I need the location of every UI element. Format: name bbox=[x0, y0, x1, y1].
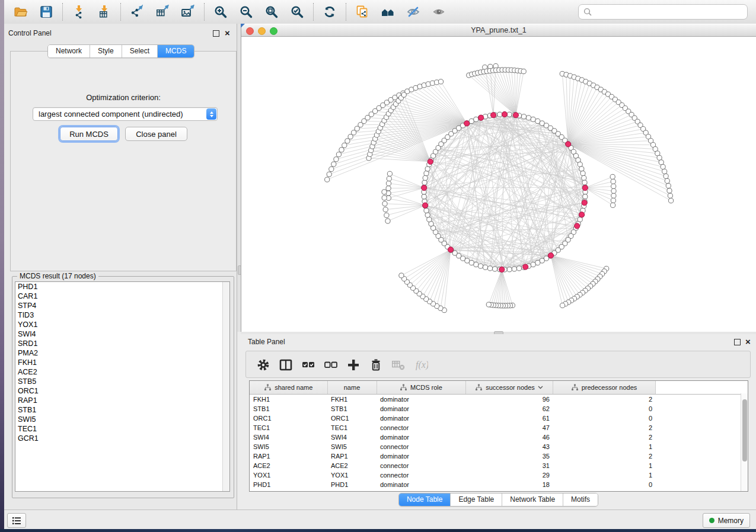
mcds-result-item[interactable]: SWI5 bbox=[15, 415, 229, 424]
table-row[interactable]: ORC1ORC1dominator610 bbox=[250, 414, 742, 423]
mcds-result-item[interactable]: TID3 bbox=[15, 310, 229, 320]
tab-network-table[interactable]: Network Table bbox=[502, 493, 563, 506]
first-neighbors-button[interactable] bbox=[377, 2, 398, 22]
import-network-button[interactable] bbox=[68, 2, 90, 22]
table-cell: 1 bbox=[553, 461, 655, 470]
mcds-result-item[interactable]: STB5 bbox=[15, 377, 229, 386]
criterion-dropdown[interactable]: largest connected component (undirected) bbox=[33, 107, 218, 121]
table-row[interactable]: RAP1RAP1dominator352 bbox=[250, 451, 742, 461]
column-header[interactable]: shared name bbox=[250, 381, 327, 395]
toolbar-separator bbox=[313, 3, 314, 21]
import-table-button[interactable] bbox=[94, 2, 115, 22]
tab-motifs[interactable]: Motifs bbox=[563, 493, 598, 506]
deselect-all-button[interactable] bbox=[322, 356, 340, 374]
table-cell: connector bbox=[377, 461, 465, 470]
zoom-fit-button[interactable] bbox=[261, 2, 282, 22]
table-cell: PHD1 bbox=[250, 480, 327, 489]
zoom-out-button[interactable] bbox=[235, 2, 257, 22]
export-table-button[interactable] bbox=[152, 2, 173, 22]
table-row[interactable]: STB1STB1dominator620 bbox=[250, 404, 742, 414]
table-cell: SWI4 bbox=[250, 432, 327, 442]
memory-button[interactable]: Memory bbox=[703, 513, 750, 528]
run-mcds-button[interactable]: Run MCDS bbox=[60, 127, 118, 141]
export-network-button[interactable] bbox=[126, 2, 148, 22]
mcds-result-list[interactable]: PHD1CAR1STP4TID3YOX1SWI4SRD1PMA2FKH1ACE2… bbox=[15, 281, 230, 492]
table-row[interactable]: FKH1FKH1dominator962 bbox=[250, 395, 742, 405]
column-header[interactable] bbox=[655, 381, 742, 395]
table-row[interactable]: ACE2ACE2connector311 bbox=[250, 461, 742, 470]
tab-edge-table[interactable]: Edge Table bbox=[451, 493, 502, 506]
clone-network-button[interactable] bbox=[352, 2, 373, 22]
close-table-panel-icon[interactable]: × bbox=[745, 338, 751, 345]
mcds-result-item[interactable]: PHD1 bbox=[15, 282, 229, 291]
table-cell: 43 bbox=[465, 442, 553, 451]
mcds-result-item[interactable]: YOX1 bbox=[15, 320, 229, 329]
mcds-result-item[interactable]: STP4 bbox=[15, 301, 229, 310]
mcds-result-item[interactable]: SRD1 bbox=[15, 339, 229, 348]
table-row[interactable]: SWI5SWI5connector431 bbox=[250, 442, 742, 451]
search-input[interactable] bbox=[596, 7, 742, 17]
mcds-result-item[interactable]: CAR1 bbox=[15, 291, 229, 301]
toolbar-separator bbox=[120, 3, 121, 21]
table-cell: 31 bbox=[465, 461, 553, 470]
mcds-result-title: MCDS result (17 nodes) bbox=[17, 272, 98, 280]
show-all-button[interactable] bbox=[428, 2, 449, 22]
mcds-result-item[interactable]: RAP1 bbox=[15, 396, 229, 405]
zoom-in-button[interactable] bbox=[210, 2, 231, 22]
toolbar-separator bbox=[62, 3, 63, 21]
table-cell bbox=[655, 442, 742, 451]
criterion-label: Optimization criterion: bbox=[11, 93, 236, 102]
export-image-button[interactable] bbox=[177, 2, 199, 22]
close-panel-icon[interactable]: × bbox=[225, 30, 230, 36]
zoom-selected-button[interactable] bbox=[286, 2, 308, 22]
tab-network[interactable]: Network bbox=[48, 45, 90, 57]
settings-button[interactable] bbox=[254, 356, 272, 374]
mcds-result-item[interactable]: GCR1 bbox=[15, 434, 229, 443]
column-header[interactable]: MCDS role bbox=[377, 381, 465, 395]
mcds-result-item[interactable]: ACE2 bbox=[15, 367, 229, 377]
table-row[interactable]: YOX1YOX1connector291 bbox=[250, 470, 742, 480]
select-all-button[interactable] bbox=[299, 356, 317, 374]
tab-style[interactable]: Style bbox=[90, 45, 122, 57]
table-cell bbox=[655, 404, 742, 414]
mcds-result-item[interactable]: STB1 bbox=[15, 405, 229, 415]
toggle-panel-icon bbox=[279, 358, 293, 372]
table-cell bbox=[655, 480, 742, 489]
column-header[interactable]: successor nodes bbox=[465, 381, 553, 395]
mcds-result-item[interactable]: PMA2 bbox=[15, 348, 229, 358]
mcds-list-scrollbar[interactable] bbox=[222, 282, 229, 491]
mcds-result-item[interactable]: TEC1 bbox=[15, 424, 229, 434]
table-row[interactable]: SWI4SWI4dominator462 bbox=[250, 432, 742, 442]
table-row[interactable]: TEC1TEC1connector472 bbox=[250, 423, 742, 432]
float-panel-icon[interactable] bbox=[213, 30, 219, 37]
add-column-button[interactable] bbox=[344, 356, 362, 374]
toggle-panel-button[interactable] bbox=[277, 356, 295, 374]
float-table-panel-icon[interactable] bbox=[734, 339, 741, 345]
control-panel-tabs: NetworkStyleSelectMCDS bbox=[47, 44, 194, 58]
apply-layout-button[interactable] bbox=[319, 2, 340, 22]
mcds-result-groupbox: MCDS result (17 nodes) PHD1CAR1STP4TID3Y… bbox=[12, 276, 234, 498]
mcds-result-item[interactable]: ORC1 bbox=[15, 386, 229, 396]
column-header[interactable]: predecessor nodes bbox=[553, 381, 655, 395]
tab-mcds[interactable]: MCDS bbox=[158, 45, 194, 57]
table-row[interactable]: PHD1PHD1dominator180 bbox=[250, 480, 742, 489]
table-scrollbar-thumb[interactable] bbox=[742, 399, 747, 462]
clear-table-button bbox=[390, 356, 407, 374]
memory-status-dot bbox=[709, 518, 714, 523]
hide-selected-button[interactable] bbox=[403, 2, 424, 22]
tab-select[interactable]: Select bbox=[122, 45, 158, 57]
network-window-titlebar[interactable]: YPA_prune.txt_1 bbox=[241, 24, 756, 37]
delete-columns-button[interactable] bbox=[367, 356, 385, 374]
table-cell bbox=[655, 414, 742, 423]
task-history-button[interactable] bbox=[7, 513, 26, 528]
tab-node-table[interactable]: Node Table bbox=[399, 493, 451, 506]
table-scrollbar[interactable] bbox=[741, 393, 748, 491]
save-button[interactable] bbox=[36, 2, 57, 22]
network-window-title: YPA_prune.txt_1 bbox=[241, 26, 756, 34]
mcds-result-item[interactable]: FKH1 bbox=[15, 358, 229, 367]
network-canvas[interactable] bbox=[241, 37, 756, 332]
mcds-result-item[interactable]: SWI4 bbox=[15, 329, 229, 339]
open-button[interactable] bbox=[10, 2, 31, 22]
close-panel-button[interactable]: Close panel bbox=[125, 127, 187, 141]
column-header[interactable]: name bbox=[327, 381, 377, 395]
